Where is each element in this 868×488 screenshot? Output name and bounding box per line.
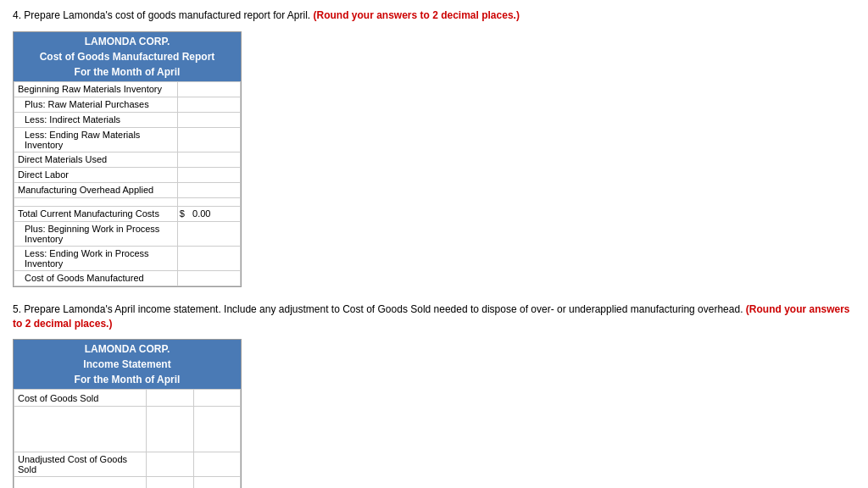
total-row: Total Current Manufacturing Costs $ 0.00: [14, 206, 241, 221]
is-table: Cost of Goods Sold Unad: [14, 389, 241, 488]
question4-header: 4. Prepare Lamonda's cost of goods manuf…: [13, 8, 855, 23]
row-value[interactable]: [147, 390, 193, 407]
row-label: Less: Ending Work in Process Inventory: [14, 246, 178, 270]
table-row: Direct Labor: [14, 167, 241, 182]
row-value[interactable]: [177, 270, 240, 286]
row-value[interactable]: $ 0.00: [177, 206, 240, 221]
cogm-table: Beginning Raw Materials Inventory Plus: …: [14, 81, 241, 286]
row-label: Manufacturing Overhead Applied: [14, 182, 178, 197]
row-value[interactable]: [177, 167, 240, 182]
table-row: Unadjusted Cost of Goods Sold: [14, 452, 241, 477]
row-value2[interactable]: [193, 390, 240, 407]
spacer-row: [14, 437, 241, 452]
table-row: Cost of Goods Sold: [14, 390, 241, 407]
table-row: Less: Indirect Materials: [14, 112, 241, 127]
row-value[interactable]: [177, 221, 240, 246]
is-period: For the Month of April: [17, 372, 237, 387]
row-value2[interactable]: [193, 452, 240, 477]
row-label: Plus: Beginning Work in Process Inventor…: [14, 221, 178, 246]
row-label: Plus: Raw Material Purchases: [14, 97, 178, 112]
table-row: Beginning Raw Materials Inventory: [14, 81, 241, 97]
row-label: Cost of Goods Manufactured: [14, 270, 178, 286]
row-value[interactable]: [177, 182, 240, 197]
table-row: Cost of Goods Manufactured: [14, 270, 241, 286]
cogm-report-container: LAMONDA CORP. Cost of Goods Manufactured…: [13, 31, 242, 287]
row-value[interactable]: [147, 452, 193, 477]
table-row: Less: Ending Raw Materials Inventory: [14, 127, 241, 152]
row-label: Beginning Raw Materials Inventory: [14, 81, 178, 97]
spacer-row: [14, 477, 241, 488]
row-label: Cost of Goods Sold: [14, 390, 147, 407]
spacer-row: [14, 407, 241, 422]
row-label: Less: Indirect Materials: [14, 112, 178, 127]
row-label: Unadjusted Cost of Goods Sold: [14, 452, 147, 477]
table-row: Manufacturing Overhead Applied: [14, 182, 241, 197]
table-row: Plus: Beginning Work in Process Inventor…: [14, 221, 241, 246]
table-row: Direct Materials Used: [14, 152, 241, 167]
row-value[interactable]: [177, 112, 240, 127]
spacer-row: [14, 197, 241, 206]
row-label: Direct Labor: [14, 167, 178, 182]
spacer-row: [14, 422, 241, 437]
cogm-title: Cost of Goods Manufactured Report: [17, 49, 237, 64]
row-value[interactable]: [177, 152, 240, 167]
cogm-company: LAMONDA CORP.: [17, 34, 237, 49]
cogm-period: For the Month of April: [17, 64, 237, 80]
question5-header: 5. Prepare Lamonda's April income statem…: [13, 302, 855, 331]
is-company: LAMONDA CORP.: [17, 341, 237, 357]
table-row: Less: Ending Work in Process Inventory: [14, 246, 241, 270]
row-value[interactable]: [177, 81, 240, 97]
row-value[interactable]: [177, 127, 240, 152]
is-title: Income Statement: [17, 357, 237, 372]
table-row: Plus: Raw Material Purchases: [14, 97, 241, 112]
income-statement-container: LAMONDA CORP. Income Statement For the M…: [13, 339, 242, 488]
row-value[interactable]: [177, 97, 240, 112]
row-label: Total Current Manufacturing Costs: [14, 206, 178, 221]
row-label: Direct Materials Used: [14, 152, 178, 167]
row-label: Less: Ending Raw Materials Inventory: [14, 127, 178, 152]
row-value[interactable]: [177, 246, 240, 270]
